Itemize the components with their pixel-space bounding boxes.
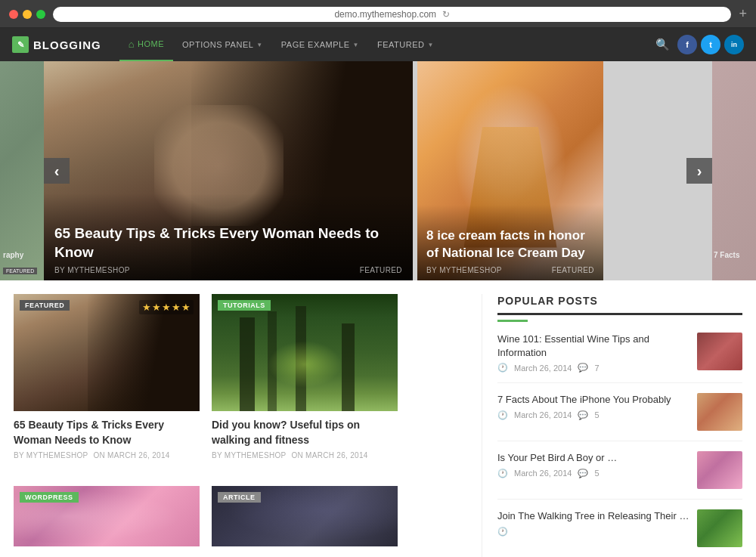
post-thumb-image-walking bbox=[212, 294, 398, 411]
close-button[interactable] bbox=[9, 10, 18, 19]
address-bar[interactable]: demo.mythemeshop.com ↻ bbox=[53, 7, 731, 22]
left-peek-image bbox=[0, 61, 44, 280]
post-card-article[interactable]: ARTICLE bbox=[212, 486, 398, 557]
slide-primary-author: BY MYTHEMESHOP bbox=[54, 266, 130, 274]
pp-thumb-iphone bbox=[697, 393, 742, 431]
slide-secondary-title: 8 ice cream facts in honor of National I… bbox=[426, 227, 594, 262]
post-thumb-article: ARTICLE bbox=[212, 486, 398, 546]
post-card-wordpress[interactable]: WORDPRESS bbox=[14, 486, 200, 557]
post-date-walking: ON MARCH 26, 2014 bbox=[291, 451, 367, 460]
pp-title-wine: Wine 101: Essential Wine Tips and Inform… bbox=[497, 333, 689, 360]
clock-icon-tree: 🕐 bbox=[497, 527, 508, 537]
featured-arrow-icon: ▼ bbox=[427, 42, 433, 48]
slide-secondary-caption: 8 ice cream facts in honor of National I… bbox=[417, 205, 603, 280]
pp-comments-wine: 7 bbox=[594, 364, 599, 373]
traffic-lights bbox=[9, 10, 45, 19]
slider-prev-button[interactable]: ‹ bbox=[44, 158, 70, 184]
post-byline-walking: BY MYTHEMESHOP ON MARCH 26, 2014 bbox=[212, 451, 398, 460]
clock-icon-iphone: 🕐 bbox=[497, 410, 508, 420]
post-badge-article: ARTICLE bbox=[218, 492, 261, 503]
social-icons: f t in bbox=[677, 35, 744, 54]
pp-meta-tree: 🕐 bbox=[497, 527, 689, 537]
post-date-beauty: ON MARCH 26, 2014 bbox=[93, 451, 169, 460]
popular-posts-heading: POPULAR POSTS bbox=[497, 295, 742, 315]
maximize-button[interactable] bbox=[36, 10, 45, 19]
twitter-icon[interactable]: t bbox=[701, 35, 720, 54]
post-badge-featured: FEATURED bbox=[20, 300, 70, 311]
logo-text: BLOGGING bbox=[33, 39, 101, 51]
options-label: OPTIONS PANEL bbox=[182, 40, 253, 49]
nav-item-options[interactable]: OPTIONS PANEL ▼ bbox=[173, 28, 272, 61]
facebook-icon[interactable]: f bbox=[677, 35, 697, 54]
clock-icon-petbird: 🕐 bbox=[497, 469, 508, 478]
post-thumb-wordpress: WORDPRESS bbox=[14, 486, 200, 546]
pp-date-wine: March 26, 2014 bbox=[514, 364, 572, 373]
page-example-arrow-icon: ▼ bbox=[353, 42, 359, 48]
right-peek-text: 7 Facts bbox=[714, 251, 739, 259]
home-icon: ⌂ bbox=[129, 39, 135, 50]
slide-primary-meta: BY MYTHEMESHOP FEATURED bbox=[54, 266, 402, 274]
pp-date-iphone: March 26, 2014 bbox=[514, 410, 572, 419]
slide-primary-badge: FEATURED bbox=[360, 266, 402, 274]
nav-item-page-example[interactable]: PAGE EXAMPLE ▼ bbox=[272, 28, 368, 61]
slide-secondary-badge: FEATURED bbox=[552, 266, 594, 274]
nav-item-featured[interactable]: FEATURED ▼ bbox=[368, 28, 443, 61]
post-title-beauty: 65 Beauty Tips & Tricks Every Woman Need… bbox=[14, 418, 200, 447]
site-nav: ✎ BLOGGING ⌂ HOME OPTIONS PANEL ▼ PAGE E… bbox=[0, 28, 756, 61]
popular-post-petbird[interactable]: Is Your Pet Bird A Boy or … 🕐 March 26, … bbox=[497, 451, 742, 500]
pp-comments-iphone: 5 bbox=[594, 410, 599, 419]
popular-post-wine[interactable]: Wine 101: Essential Wine Tips and Inform… bbox=[497, 333, 742, 383]
post-author-walking: BY MYTHEMESHOP bbox=[212, 451, 286, 460]
left-peek-badge: FEATURED bbox=[3, 268, 37, 274]
slider-slides: 65 Beauty Tips & Tricks Every Woman Need… bbox=[44, 61, 712, 280]
pp-info-tree: Join The Walking Tree in Releasing Their… bbox=[497, 509, 689, 536]
pp-thumb-wine bbox=[697, 333, 742, 370]
pp-title-iphone: 7 Facts About The iPhone You Probably bbox=[497, 393, 689, 407]
pp-title-tree: Join The Walking Tree in Releasing Their… bbox=[497, 509, 689, 523]
sidebar-popular-title: POPULAR POSTS bbox=[497, 294, 742, 322]
post-info-beauty: 65 Beauty Tips & Tricks Every Woman Need… bbox=[14, 411, 200, 463]
pp-meta-petbird: 🕐 March 26, 2014 💬 5 bbox=[497, 469, 689, 478]
post-author-beauty: BY MYTHEMESHOP bbox=[14, 451, 88, 460]
search-icon[interactable]: 🔍 bbox=[655, 38, 670, 51]
page-example-label: PAGE EXAMPLE bbox=[281, 40, 350, 49]
pp-title-petbird: Is Your Pet Bird A Boy or … bbox=[497, 451, 689, 465]
minimize-button[interactable] bbox=[23, 10, 32, 19]
slider-next-button[interactable]: › bbox=[686, 158, 712, 184]
slide-primary[interactable]: 65 Beauty Tips & Tricks Every Woman Need… bbox=[44, 61, 413, 280]
posts-grid: FEATURED ★ ★ ★ ★ ★ 65 Beauty Tips & Tric… bbox=[14, 294, 479, 557]
add-tab-button[interactable]: + bbox=[739, 6, 747, 22]
post-title-walking: Did you know? Useful tips on walking and… bbox=[212, 418, 398, 447]
slide-primary-title: 65 Beauty Tips & Tricks Every Woman Need… bbox=[54, 224, 402, 262]
post-byline-beauty: BY MYTHEMESHOP ON MARCH 26, 2014 bbox=[14, 451, 200, 460]
post-thumb-beauty: FEATURED ★ ★ ★ ★ ★ bbox=[14, 294, 200, 411]
pp-comments-petbird: 5 bbox=[594, 469, 599, 478]
pp-info-iphone: 7 Facts About The iPhone You Probably 🕐 … bbox=[497, 393, 689, 419]
comment-icon-wine: 💬 bbox=[578, 363, 588, 373]
post-badge-wordpress: WORDPRESS bbox=[20, 492, 79, 503]
content-area: FEATURED ★ ★ ★ ★ ★ 65 Beauty Tips & Tric… bbox=[0, 280, 756, 557]
post-badge-tutorials: TUTORIALS bbox=[218, 300, 271, 311]
site-logo[interactable]: ✎ BLOGGING bbox=[12, 36, 101, 53]
nav-item-home[interactable]: ⌂ HOME bbox=[119, 28, 173, 61]
slider-right-peek: 7 Facts bbox=[712, 61, 756, 280]
url-text: demo.mythemeshop.com bbox=[334, 9, 436, 20]
linkedin-icon[interactable]: in bbox=[724, 35, 744, 54]
post-card-beauty[interactable]: FEATURED ★ ★ ★ ★ ★ 65 Beauty Tips & Tric… bbox=[14, 294, 200, 474]
post-card-walking[interactable]: TUTORIALS Did you know? Useful tips on w… bbox=[212, 294, 398, 474]
refresh-icon[interactable]: ↻ bbox=[442, 9, 450, 20]
pp-info-petbird: Is Your Pet Bird A Boy or … 🕐 March 26, … bbox=[497, 451, 689, 478]
options-arrow-icon: ▼ bbox=[256, 42, 262, 48]
slide-secondary-meta: BY MYTHEMESHOP FEATURED bbox=[426, 266, 594, 274]
comment-icon-iphone: 💬 bbox=[578, 410, 588, 420]
popular-post-tree[interactable]: Join The Walking Tree in Releasing Their… bbox=[497, 509, 742, 547]
post-thumb-walking: TUTORIALS bbox=[212, 294, 398, 411]
pp-thumb-petbird bbox=[697, 451, 742, 489]
slide-secondary[interactable]: 8 ice cream facts in honor of National I… bbox=[417, 61, 603, 280]
sidebar: POPULAR POSTS Wine 101: Essential Wine T… bbox=[482, 294, 742, 557]
slider-left-peek: raphy FEATURED bbox=[0, 61, 44, 280]
popular-post-iphone[interactable]: 7 Facts About The iPhone You Probably 🕐 … bbox=[497, 393, 742, 441]
pp-date-petbird: March 26, 2014 bbox=[514, 469, 572, 478]
pp-meta-iphone: 🕐 March 26, 2014 💬 5 bbox=[497, 410, 689, 420]
browser-chrome: demo.mythemeshop.com ↻ + bbox=[0, 0, 756, 28]
